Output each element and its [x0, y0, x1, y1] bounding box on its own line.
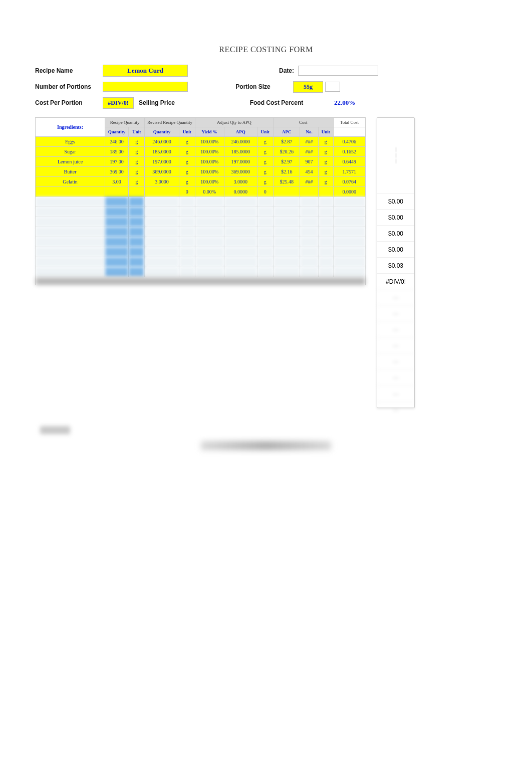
ingredient-name[interactable]: Butter: [36, 167, 105, 177]
cost-per-portion-label: Cost Per Portion: [35, 99, 103, 106]
cell-runit[interactable]: g: [179, 167, 195, 177]
ingredient-name[interactable]: Gelatin: [36, 177, 105, 187]
ingredient-name[interactable]: [36, 187, 105, 197]
num-portions-label: Number of Portions: [35, 83, 103, 90]
cell-no[interactable]: 454: [300, 167, 318, 177]
cell-no[interactable]: ###: [300, 177, 318, 187]
cell-unit[interactable]: [129, 187, 145, 197]
cell-no[interactable]: [300, 187, 318, 197]
cell-qty[interactable]: 369.00: [105, 167, 129, 177]
cell-qty[interactable]: 3.00: [105, 177, 129, 187]
cell-qty[interactable]: 197.00: [105, 157, 129, 167]
ingredient-name[interactable]: Sugar: [36, 147, 105, 157]
col-unit4: Unit: [318, 127, 333, 137]
cell-qty[interactable]: 185.00: [105, 147, 129, 157]
num-portions-value[interactable]: [103, 82, 188, 92]
cell-runit[interactable]: g: [179, 147, 195, 157]
date-value[interactable]: [298, 66, 378, 76]
cell-apq[interactable]: 3.0000: [224, 177, 257, 187]
side-value: $0.00: [377, 209, 414, 225]
cell-runit[interactable]: 0: [179, 187, 195, 197]
recipe-name-label: Recipe Name: [35, 67, 103, 74]
cell-apqunit[interactable]: g: [257, 137, 273, 147]
group-adjust-apq: Adjust Qty to APQ: [195, 118, 273, 127]
cell-unit[interactable]: g: [129, 157, 145, 167]
side-value-blurred: —: [377, 337, 414, 353]
cell-tcost[interactable]: 0.6449: [333, 157, 365, 167]
cell-yield[interactable]: 100.00%: [195, 147, 224, 157]
cell-tcost[interactable]: 0.1652: [333, 147, 365, 157]
cell-tcost[interactable]: 1.7571: [333, 167, 365, 177]
cell-no[interactable]: 907: [300, 157, 318, 167]
cell-apqunit[interactable]: g: [257, 157, 273, 167]
cell-runit[interactable]: g: [179, 177, 195, 187]
cell-runit[interactable]: g: [179, 137, 195, 147]
side-value: #DIV/0!: [377, 273, 414, 289]
cell-yield[interactable]: 100.00%: [195, 137, 224, 147]
cell-yield[interactable]: 0.00%: [195, 187, 224, 197]
cell-rqty[interactable]: 246.0000: [145, 137, 179, 147]
cell-unit[interactable]: g: [129, 137, 145, 147]
cell-apq[interactable]: 0.0000: [224, 187, 257, 197]
cell-tcost[interactable]: 0.0764: [333, 177, 365, 187]
portion-size-extra[interactable]: [325, 82, 340, 92]
table-row: Sugar185.00g185.0000g100.00%185.0000g$20…: [36, 147, 366, 157]
col-ingredients: Ingredients:: [36, 118, 105, 137]
recipe-name-value[interactable]: Lemon Curd: [103, 65, 188, 77]
cell-apqunit[interactable]: g: [257, 167, 273, 177]
ingredient-name[interactable]: Eggs: [36, 137, 105, 147]
cell-rqty[interactable]: [145, 187, 179, 197]
cell-unit[interactable]: g: [129, 147, 145, 157]
cell-unit[interactable]: g: [129, 167, 145, 177]
col-unit1: Unit: [129, 127, 145, 137]
cell-apqunit[interactable]: g: [257, 147, 273, 157]
cell-rqty[interactable]: 197.0000: [145, 157, 179, 167]
cell-cunit[interactable]: [318, 187, 333, 197]
cell-cunit[interactable]: g: [318, 157, 333, 167]
side-value-blurred: —: [377, 321, 414, 337]
date-label: Date:: [263, 67, 298, 74]
food-cost-percent-label: Food Cost Percent: [244, 99, 309, 106]
cell-cunit[interactable]: g: [318, 177, 333, 187]
table-row-blurred: [36, 217, 366, 227]
cell-yield[interactable]: 100.00%: [195, 177, 224, 187]
cell-apq[interactable]: 369.0000: [224, 167, 257, 177]
table-row-blurred: [36, 237, 366, 247]
table-row: Gelatin3.00g3.0000g100.00%3.0000g$25.48#…: [36, 177, 366, 187]
side-value-blurred: —: [377, 385, 414, 402]
cell-no[interactable]: ###: [300, 137, 318, 147]
cell-rqty[interactable]: 3.0000: [145, 177, 179, 187]
cell-rqty[interactable]: 369.0000: [145, 167, 179, 177]
cell-cunit[interactable]: g: [318, 137, 333, 147]
col-total-cost: Total Cost: [333, 118, 365, 127]
cell-apc[interactable]: $20.26: [273, 147, 300, 157]
cell-apq[interactable]: 185.0000: [224, 147, 257, 157]
cell-yield[interactable]: 100.00%: [195, 167, 224, 177]
cell-unit[interactable]: g: [129, 177, 145, 187]
cell-apc[interactable]: $2.97: [273, 157, 300, 167]
cell-qty[interactable]: [105, 187, 129, 197]
cell-cunit[interactable]: g: [318, 167, 333, 177]
cell-apqunit[interactable]: 0: [257, 187, 273, 197]
table-row-blurred: [36, 257, 366, 267]
ingredient-name[interactable]: Lemon juice: [36, 157, 105, 167]
cell-cunit[interactable]: g: [318, 147, 333, 157]
cost-per-portion-value: #DIV/0!: [103, 97, 134, 109]
cell-runit[interactable]: g: [179, 157, 195, 167]
cell-qty[interactable]: 246.00: [105, 137, 129, 147]
cell-tcost[interactable]: 0.4706: [333, 137, 365, 147]
cell-apq[interactable]: 197.0000: [224, 157, 257, 167]
portion-size-value[interactable]: 55g: [293, 81, 323, 93]
cell-apq[interactable]: 246.0000: [224, 137, 257, 147]
cell-apc[interactable]: $25.48: [273, 177, 300, 187]
cell-apc[interactable]: $2.87: [273, 137, 300, 147]
cell-yield[interactable]: 100.00%: [195, 157, 224, 167]
table-row: Butter369.00g369.0000g100.00%369.0000g$2…: [36, 167, 366, 177]
table-row: 00.00%0.000000.0000: [36, 187, 366, 197]
cell-no[interactable]: ###: [300, 147, 318, 157]
cell-apc[interactable]: [273, 187, 300, 197]
cell-apc[interactable]: $2.16: [273, 167, 300, 177]
cell-tcost[interactable]: 0.0000: [333, 187, 365, 197]
cell-rqty[interactable]: 185.0000: [145, 147, 179, 157]
cell-apqunit[interactable]: g: [257, 177, 273, 187]
